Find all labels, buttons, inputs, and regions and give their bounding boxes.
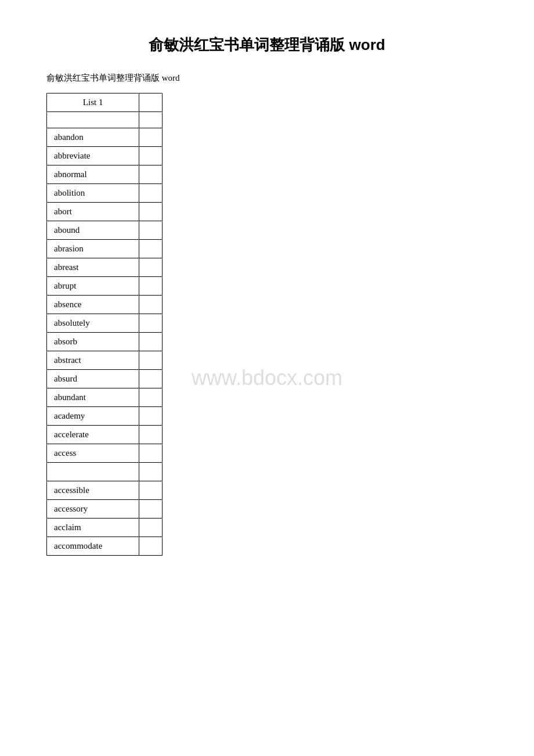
page-title: 俞敏洪红宝书单词整理背诵版 word: [46, 35, 488, 55]
list-header: List 1: [47, 93, 139, 112]
blank-cell: [139, 370, 163, 388]
blank-cell: [139, 444, 163, 463]
table-row: absurd: [47, 370, 163, 388]
blank-cell: [139, 481, 163, 500]
word-cell: abound: [47, 221, 139, 240]
watermark: www.bdocx.com: [192, 366, 342, 390]
word-cell: [47, 463, 139, 481]
table-row: abundant: [47, 388, 163, 407]
word-cell: absolutely: [47, 314, 139, 333]
blank-cell: [139, 537, 163, 556]
blank-cell: [139, 333, 163, 351]
word-cell: accelerate: [47, 426, 139, 444]
word-table: List 1 abandonabbreviateabnormalabolitio…: [46, 93, 163, 556]
table-row: abrupt: [47, 277, 163, 296]
empty-row: [47, 112, 163, 128]
table-row: accommodate: [47, 537, 163, 556]
word-cell: academy: [47, 407, 139, 426]
table-row: accessory: [47, 500, 163, 519]
blank-cell: [139, 240, 163, 258]
blank-cell: [139, 426, 163, 444]
word-cell: absurd: [47, 370, 139, 388]
blank-cell: [139, 221, 163, 240]
table-row: abandon: [47, 128, 163, 147]
table-row: acclaim: [47, 519, 163, 537]
blank-cell: [139, 128, 163, 147]
table-row: abrasion: [47, 240, 163, 258]
table-row: absolutely: [47, 314, 163, 333]
blank-cell: [139, 314, 163, 333]
table-row: absorb: [47, 333, 163, 351]
blank-cell: [139, 500, 163, 519]
word-cell: abnormal: [47, 165, 139, 184]
word-cell: abstract: [47, 351, 139, 370]
blank-cell: [139, 407, 163, 426]
table-row: [47, 463, 163, 481]
blank-cell: [139, 258, 163, 277]
word-cell: accessory: [47, 500, 139, 519]
table-row: abstract: [47, 351, 163, 370]
table-row: academy: [47, 407, 163, 426]
table-row: abbreviate: [47, 147, 163, 165]
blank-cell: [139, 463, 163, 481]
table-row: abreast: [47, 258, 163, 277]
table-row: abnormal: [47, 165, 163, 184]
blank-cell: [139, 277, 163, 296]
table-row: accelerate: [47, 426, 163, 444]
blank-cell: [139, 203, 163, 221]
word-cell: abort: [47, 203, 139, 221]
word-cell: abandon: [47, 128, 139, 147]
blank-cell: [139, 388, 163, 407]
table-header-row: List 1: [47, 93, 163, 112]
blank-cell: [139, 296, 163, 314]
word-cell: absence: [47, 296, 139, 314]
blank-cell: [139, 184, 163, 203]
table-row: absence: [47, 296, 163, 314]
word-cell: absorb: [47, 333, 139, 351]
word-cell: abrupt: [47, 277, 139, 296]
blank-cell: [139, 351, 163, 370]
table-row: access: [47, 444, 163, 463]
blank-header: [139, 93, 163, 112]
blank-cell: [139, 147, 163, 165]
blank-cell: [139, 519, 163, 537]
word-cell: accommodate: [47, 537, 139, 556]
word-cell: acclaim: [47, 519, 139, 537]
table-row: abolition: [47, 184, 163, 203]
word-cell: abreast: [47, 258, 139, 277]
subtitle: 俞敏洪红宝书单词整理背诵版 word: [46, 73, 488, 84]
word-cell: access: [47, 444, 139, 463]
word-cell: abbreviate: [47, 147, 139, 165]
table-row: abound: [47, 221, 163, 240]
word-cell: accessible: [47, 481, 139, 500]
word-cell: abolition: [47, 184, 139, 203]
table-row: accessible: [47, 481, 163, 500]
table-row: abort: [47, 203, 163, 221]
word-cell: abundant: [47, 388, 139, 407]
blank-cell: [139, 165, 163, 184]
word-cell: abrasion: [47, 240, 139, 258]
